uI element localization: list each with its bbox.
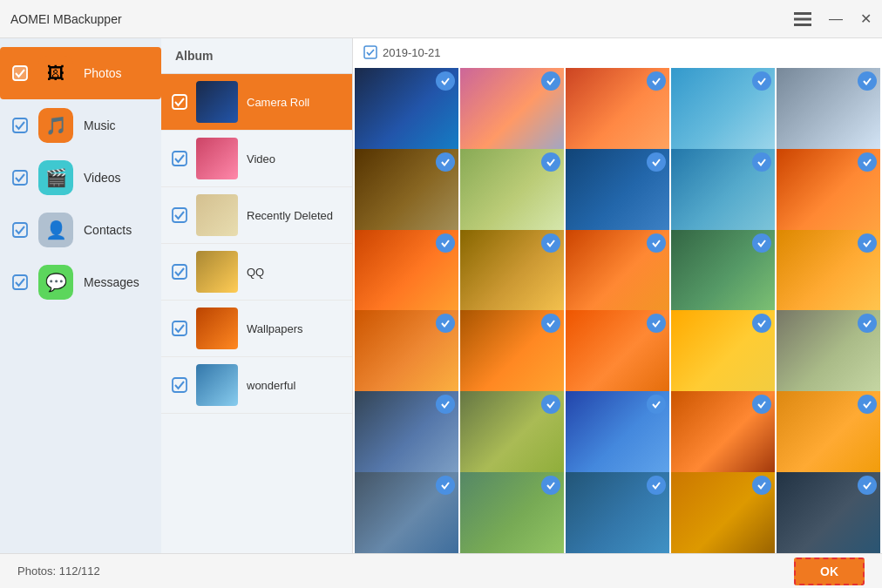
svg-rect-8: [173, 95, 187, 109]
svg-rect-14: [364, 46, 377, 58]
sidebar-label-photos: Photos: [84, 66, 122, 80]
svg-rect-9: [173, 152, 187, 166]
titlebar: AOMEI MBackupper — ✕: [0, 0, 882, 38]
photo-check-badge: [647, 233, 666, 253]
album-check-wonderful: [172, 377, 187, 393]
sidebar-check-messages: [12, 274, 28, 290]
svg-rect-13: [173, 378, 187, 392]
ok-button[interactable]: OK: [794, 558, 865, 585]
svg-rect-11: [173, 265, 187, 279]
photo-cell[interactable]: [777, 472, 880, 553]
svg-rect-6: [13, 223, 27, 237]
photo-check-badge: [752, 152, 771, 172]
photo-check-badge: [752, 233, 771, 253]
photo-check-badge: [541, 71, 560, 91]
photo-check-badge: [541, 476, 560, 495]
svg-rect-7: [13, 275, 27, 289]
album-thumb-camera-roll: [196, 81, 238, 123]
album-thumb-video: [196, 138, 238, 179]
album-name-qq: QQ: [247, 266, 264, 279]
date-check-icon: [363, 45, 377, 59]
photo-check-badge: [752, 476, 771, 495]
photo-check-badge: [858, 71, 877, 91]
photos-icon: 🖼: [38, 56, 73, 91]
album-check-wallpapers: [172, 321, 187, 336]
svg-rect-4: [13, 118, 27, 132]
album-item-recently-deleted[interactable]: Recently Deleted: [161, 187, 352, 244]
music-icon: 🎵: [38, 108, 73, 143]
app-title: AOMEI MBackupper: [10, 12, 122, 26]
photo-cell[interactable]: [566, 472, 669, 553]
albums-panel: Album Camera Roll Video Recently Del: [161, 38, 353, 553]
svg-rect-5: [13, 171, 27, 185]
photo-check-badge: [647, 152, 666, 172]
album-check-recently-deleted: [172, 207, 187, 223]
photo-check-badge: [858, 233, 877, 253]
photo-check-badge: [436, 152, 455, 172]
photo-check-badge: [858, 152, 877, 172]
album-thumb-wallpapers: [196, 308, 238, 349]
sidebar-item-music[interactable]: 🎵 Music: [0, 99, 161, 152]
photo-check-badge: [436, 476, 455, 495]
svg-rect-2: [794, 24, 811, 26]
sidebar: 🖼 Photos 🎵 Music 🎬 Videos 👤 Conta: [0, 38, 161, 553]
photo-check-badge: [647, 71, 666, 91]
albums-header: Album: [161, 38, 352, 74]
album-check-qq: [172, 264, 187, 280]
album-check-camera-roll: [172, 94, 187, 110]
svg-rect-1: [794, 17, 811, 20]
album-item-qq[interactable]: QQ: [161, 244, 352, 301]
photo-check-badge: [541, 152, 560, 172]
album-thumb-recently-deleted: [196, 194, 238, 236]
album-name-video: Video: [247, 152, 275, 166]
album-name-wallpapers: Wallpapers: [247, 322, 303, 335]
photo-check-badge: [436, 71, 455, 91]
sidebar-check-music: [12, 118, 28, 133]
svg-rect-10: [173, 208, 187, 222]
contacts-icon: 👤: [38, 213, 73, 247]
photo-cell[interactable]: [355, 472, 458, 553]
svg-rect-3: [13, 66, 27, 80]
sidebar-item-videos[interactable]: 🎬 Videos: [0, 152, 161, 204]
sidebar-label-messages: Messages: [84, 275, 139, 289]
sidebar-item-photos[interactable]: 🖼 Photos: [0, 47, 161, 99]
albums-list: Camera Roll Video Recently Deleted QQ: [161, 74, 352, 553]
minimize-button[interactable]: —: [829, 11, 843, 27]
sidebar-item-contacts[interactable]: 👤 Contacts: [0, 204, 161, 256]
photo-cell[interactable]: [460, 472, 564, 553]
main-container: 🖼 Photos 🎵 Music 🎬 Videos 👤 Conta: [0, 38, 882, 553]
sidebar-label-contacts: Contacts: [84, 223, 132, 237]
album-thumb-wonderful: [196, 364, 238, 406]
photo-check-badge: [647, 476, 666, 495]
sidebar-label-music: Music: [84, 118, 116, 132]
album-thumb-qq: [196, 251, 238, 293]
messages-icon: 💬: [38, 265, 73, 300]
svg-rect-0: [794, 12, 811, 15]
album-item-wonderful[interactable]: wonderful: [161, 357, 352, 414]
sidebar-check-photos: [12, 65, 28, 81]
status-bar: Photos: 112/112 OK: [0, 553, 882, 588]
photo-area: 2019-10-21: [353, 38, 882, 553]
photo-cell[interactable]: [671, 472, 775, 553]
window-controls: — ✕: [794, 10, 872, 27]
album-item-camera-roll[interactable]: Camera Roll: [161, 74, 352, 131]
photo-check-badge: [541, 233, 560, 253]
photo-check-badge: [436, 233, 455, 253]
album-check-video: [172, 151, 187, 166]
videos-icon: 🎬: [38, 160, 73, 195]
date-label: 2019-10-21: [383, 46, 441, 59]
sidebar-item-messages[interactable]: 💬 Messages: [0, 256, 161, 308]
album-item-video[interactable]: Video: [161, 131, 352, 187]
album-name-recently-deleted: Recently Deleted: [247, 209, 333, 222]
list-view-icon[interactable]: [794, 12, 811, 26]
photos-count: Photos: 112/112: [17, 564, 100, 578]
album-name-camera-roll: Camera Roll: [247, 96, 309, 109]
photo-check-badge: [752, 71, 771, 91]
sidebar-check-contacts: [12, 222, 28, 238]
close-button[interactable]: ✕: [860, 10, 872, 27]
sidebar-label-videos: Videos: [84, 171, 121, 185]
date-header: 2019-10-21: [353, 38, 882, 66]
svg-rect-12: [173, 321, 187, 335]
photo-grid: [353, 66, 882, 553]
album-item-wallpapers[interactable]: Wallpapers: [161, 301, 352, 357]
